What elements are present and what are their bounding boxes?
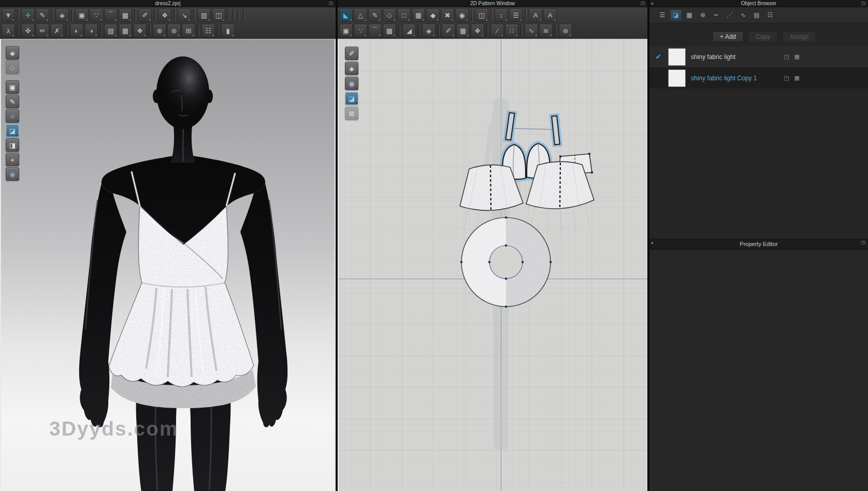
show-fabric-toggle[interactable]: ◪ xyxy=(6,124,19,137)
pin-garment-toggle[interactable]: ◈ xyxy=(345,62,358,75)
trace-tool[interactable]: ◉ xyxy=(455,8,469,22)
fabric-thumbnail[interactable] xyxy=(668,48,686,66)
simulate-tool[interactable]: ◈ xyxy=(55,8,69,22)
edit-curvature-tool[interactable]: ✎ xyxy=(368,8,382,22)
sewing-machine-tool[interactable]: ▣ xyxy=(75,8,89,22)
import-project-tool[interactable]: ▼ xyxy=(2,8,15,22)
pattern-info-toggle[interactable]: ◉ xyxy=(345,77,358,90)
fabric-item[interactable]: shiny fabric light Copy 1 ◳ ▦ xyxy=(649,67,868,89)
tape-measure-tool[interactable]: ☰ xyxy=(509,8,523,22)
show-fabric-toggle[interactable]: ◪ xyxy=(345,92,358,105)
tab-graphic[interactable]: ▦ xyxy=(683,9,696,21)
seam-allowance-tool[interactable]: ∷ xyxy=(505,24,518,37)
tab-fabric[interactable]: ◪ xyxy=(670,9,682,21)
rectangle-pattern-tool[interactable]: ▦ xyxy=(412,8,425,22)
cut-and-sew-tool[interactable]: ◫ xyxy=(475,8,488,22)
solidify-garment-tool[interactable]: ◈ xyxy=(422,24,436,37)
popout-object-browser-icon[interactable]: ◳ xyxy=(861,0,865,7)
free-sewing-tool[interactable]: ⌒ xyxy=(368,24,382,37)
add-button[interactable]: + Add xyxy=(713,32,743,42)
assign-button[interactable]: Assign xyxy=(783,32,816,42)
tab-topstitch[interactable]: ╾ xyxy=(710,9,722,21)
annotation-tool[interactable]: A xyxy=(543,8,557,22)
fabric-copy-icon[interactable]: ◳ xyxy=(784,75,789,81)
texture-print-tool[interactable]: ❖ xyxy=(471,24,484,37)
tab-button[interactable]: ⊕ xyxy=(697,9,709,21)
fold-edit-tool[interactable]: ◑ xyxy=(84,24,98,37)
texture-checker-tool[interactable]: ▦ xyxy=(119,24,132,37)
export-snapshot-tool[interactable]: ↘ xyxy=(178,8,191,22)
pattern-circle-skirt[interactable] xyxy=(460,216,552,308)
show-garment-fit-toggle[interactable]: ◇ xyxy=(6,61,19,74)
shirring-tool[interactable]: ∿ xyxy=(525,24,538,37)
free-sewing-tool[interactable]: ⌒ xyxy=(104,8,118,22)
fabric-save-icon[interactable]: ▦ xyxy=(794,75,800,81)
fabric-save-icon[interactable]: ▦ xyxy=(794,53,800,60)
tack-pin-tool[interactable]: ✜ xyxy=(21,24,35,37)
show-garment-tool[interactable]: ◫ xyxy=(212,8,225,22)
popout-2d-icon[interactable]: ◳ xyxy=(640,0,645,7)
fabric-copy-icon[interactable]: ◳ xyxy=(784,53,789,60)
pattern-canvas-2d[interactable]: ✐◈◉◪⊠ xyxy=(338,39,647,491)
show-garment-toggle[interactable]: ▣ xyxy=(6,80,19,94)
tack-pin-edit-tool[interactable]: ✏ xyxy=(36,24,49,37)
popout-3d-icon[interactable]: ◳ xyxy=(328,0,333,7)
button-tool[interactable]: ⊕ xyxy=(153,24,166,37)
texture-checker-tool[interactable]: ▦ xyxy=(456,24,470,37)
transform-pattern-tool[interactable]: ◣ xyxy=(339,8,353,22)
fabric-thumbnail[interactable] xyxy=(668,69,686,87)
tab-lace[interactable]: ▤ xyxy=(750,9,763,21)
show-fabric-shade-toggle[interactable]: ◨ xyxy=(6,138,19,152)
sync-settings-tool[interactable]: ⊛ xyxy=(559,24,572,37)
elastic-band-tool[interactable]: ≋ xyxy=(539,24,553,37)
text-tool[interactable]: A xyxy=(529,8,542,22)
fabric-item[interactable]: ✔ shiny fabric light ◳ ▦ xyxy=(649,46,868,67)
notch-tool[interactable]: ✖ xyxy=(441,8,454,22)
texture-print-tool[interactable]: ❖ xyxy=(133,24,147,37)
edit-pattern-tool[interactable]: △ xyxy=(354,8,367,22)
show-colorway-tool[interactable]: ▥ xyxy=(197,8,211,22)
pin-garment-tool[interactable]: ✐ xyxy=(442,24,455,37)
avatar-walk-tool[interactable]: λ xyxy=(2,24,15,37)
pattern-measure-tool[interactable]: ↕ xyxy=(495,8,508,22)
show-seamlines-toggle[interactable]: ✎ xyxy=(6,95,19,108)
tab-stitch[interactable]: ⋰ xyxy=(724,9,736,21)
segment-sewing-tool[interactable]: ∵ xyxy=(354,24,367,37)
edit-sewing-tool[interactable]: ▩ xyxy=(119,8,132,22)
segment-sewing-tool[interactable]: ∵ xyxy=(90,8,103,22)
show-avatar-toggle[interactable]: ○ xyxy=(6,109,19,123)
collapse-object-browser-icon[interactable]: ▸ xyxy=(652,0,654,7)
pin-needle-tool[interactable]: ✐ xyxy=(138,8,152,22)
popout-property-editor-icon[interactable]: ◳ xyxy=(861,239,865,246)
tab-zipper[interactable]: ☷ xyxy=(764,9,776,21)
lock-patterns-toggle[interactable]: ⊠ xyxy=(345,107,358,120)
wrap-pattern-tool[interactable]: ▧ xyxy=(104,24,118,37)
edit-sewing-tool[interactable]: ▩ xyxy=(383,24,396,37)
fold-arrangement-tool[interactable]: ❖ xyxy=(158,8,171,22)
prop-bag-tool[interactable]: ▮ xyxy=(221,24,235,37)
zipper-tool[interactable]: ☷ xyxy=(201,24,215,37)
pattern-skirt-back[interactable] xyxy=(526,162,594,237)
attach-button-tool[interactable]: ⊞ xyxy=(182,24,195,37)
tack-pin-delete-tool[interactable]: ✗ xyxy=(50,24,64,37)
polygon-pattern-tool[interactable]: □ xyxy=(397,8,411,22)
select-mesh-tool[interactable]: ✎ xyxy=(36,8,49,22)
fold-curve-tool[interactable]: ◐ xyxy=(70,24,83,37)
pin-pattern-toggle[interactable]: ✐ xyxy=(345,47,358,60)
dart-tool[interactable]: ◆ xyxy=(426,8,440,22)
sewing-machine-tool[interactable]: ▣ xyxy=(339,24,353,37)
sync-settings-icon: ⊛ xyxy=(563,27,569,35)
show-avatar-skin-toggle[interactable]: ● xyxy=(6,153,19,166)
tab-puckering[interactable]: ∿ xyxy=(737,9,749,21)
tab-scene[interactable]: ☰ xyxy=(656,9,669,21)
buttonhole-tool[interactable]: ⊚ xyxy=(167,24,181,37)
viewport-3d[interactable]: ◈◇▣✎○◪◨●◉ xyxy=(0,39,336,491)
steam-iron-tool[interactable]: ◢ xyxy=(402,24,416,37)
collapse-property-editor-icon[interactable]: ▸ xyxy=(652,239,654,246)
add-point-tool[interactable]: ◇ xyxy=(383,8,396,22)
basting-tool[interactable]: ⁄ xyxy=(490,24,504,37)
show-high-quality-toggle[interactable]: ◈ xyxy=(6,46,19,60)
copy-button[interactable]: Copy xyxy=(748,32,777,42)
select-move-tool[interactable]: ✛ xyxy=(21,8,35,22)
show-environment-toggle[interactable]: ◉ xyxy=(6,167,19,181)
